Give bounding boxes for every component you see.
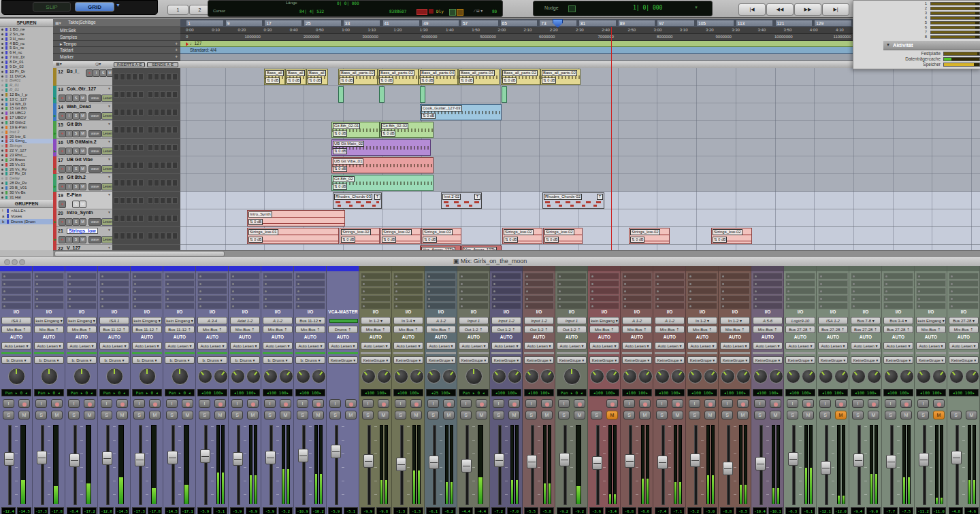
track-visibility-dot[interactable]: [1, 126, 3, 128]
pan-knob-right[interactable]: [736, 369, 751, 383]
strip-select-band[interactable]: [490, 266, 523, 271]
send-slot[interactable]: [166, 109, 172, 116]
channel-strip-8[interactable]: I/OAdat 1-2Mix-Bus ⇡AUTOAuto Lesen ▾b: D…: [229, 266, 261, 514]
strip-select-band[interactable]: [229, 266, 261, 271]
pan-knob[interactable]: [8, 368, 25, 385]
send-slot[interactable]: [154, 91, 159, 98]
insert-slot[interactable]: [785, 288, 815, 294]
ruler-add-button[interactable]: +: [175, 41, 178, 46]
insert-slot[interactable]: [114, 179, 119, 186]
channel-strip-3[interactable]: I/Okein Eingang ▾Mix-Bus ⇡AUTOAuto Lesen…: [65, 266, 98, 514]
audio-clip[interactable]: Bass_all⇅ 0 dB: [264, 69, 285, 85]
output-selector[interactable]: Mix-Bus ⇡: [720, 326, 750, 333]
insert-slot[interactable]: [99, 280, 129, 287]
insert-slot[interactable]: [67, 280, 97, 287]
insert-slot[interactable]: [785, 303, 815, 309]
track-header-e-pian[interactable]: 19E-Pian▼●SM: [53, 192, 112, 209]
channel-strip-29[interactable]: I/Okein Eingang ▾Mix-Bus ⇡AUTOAuto Lesen…: [915, 266, 947, 514]
clip-gain-badge[interactable]: ⇅ 0 dB: [544, 237, 559, 243]
track-options-icon[interactable]: ▼: [108, 104, 111, 108]
mute-button[interactable]: M: [868, 411, 879, 419]
pan-display[interactable]: ◂100 100▸: [295, 389, 325, 396]
input-selector[interactable]: Adat 1-2: [230, 317, 260, 324]
insert-slot[interactable]: [753, 295, 783, 302]
channel-strip-9[interactable]: I/OA 1-2Mix-Bus ⇡AUTOAuto Lesen ▾b: Drum…: [261, 266, 294, 514]
record-enable-button[interactable]: [280, 399, 291, 408]
insert-slot[interactable]: [295, 295, 325, 302]
fader-cap[interactable]: [461, 459, 472, 473]
send-slot[interactable]: [154, 109, 159, 116]
nudge-value[interactable]: 1| 0| 000: [633, 5, 662, 11]
channel-strip-1[interactable]: I/OISA 1Mix-Bus ⇡AUTOAuto Lesen ▾b: Drum…: [0, 266, 33, 514]
insert-slot[interactable]: [34, 303, 64, 309]
send-slot[interactable]: [160, 91, 165, 98]
audio-clip[interactable]: Strings_low-03⇅ 0 dB: [421, 228, 461, 244]
track-lane[interactable]: [180, 245, 980, 250]
insert-slot[interactable]: [295, 280, 325, 287]
fader-cap[interactable]: [690, 453, 700, 467]
mute-button[interactable]: M: [182, 411, 193, 419]
clip-trigger-badge[interactable]: T: [597, 194, 603, 200]
track-visibility-dot[interactable]: [1, 169, 3, 171]
input-selector[interactable]: Bus 11-12 ▾: [295, 317, 325, 324]
group-selector[interactable]: KeineGrupe ▾: [524, 356, 554, 364]
automation-mode-selector[interactable]: Auto Lesen ▾: [393, 342, 423, 349]
insert-slot[interactable]: [524, 303, 554, 309]
solo-button[interactable]: S: [264, 411, 276, 419]
track-options-icon[interactable]: ▼: [108, 122, 111, 126]
channel-strip-4[interactable]: I/OISA 1Bus 11-12 ⇡AUTOAuto Lesen ▾b: Dr…: [98, 266, 131, 514]
pan-display[interactable]: ◂100 100▸: [655, 389, 685, 396]
send-slot[interactable]: [148, 233, 153, 239]
send-slot[interactable]: [154, 162, 159, 169]
track-play-icon[interactable]: ▶: [54, 167, 56, 171]
pan-knob[interactable]: [564, 368, 581, 385]
fader-cap[interactable]: [559, 453, 570, 466]
record-enable-button[interactable]: [410, 399, 422, 408]
send-slot[interactable]: [148, 73, 153, 80]
input-monitor-button[interactable]: I: [395, 399, 406, 408]
track-options-icon[interactable]: ▼: [108, 245, 111, 250]
insert-slot[interactable]: [361, 280, 391, 287]
pan-display[interactable]: ◂100 100▸: [916, 389, 946, 396]
track-play-icon[interactable]: ▶: [54, 149, 56, 153]
send-slot[interactable]: [148, 144, 153, 151]
strip-select-band[interactable]: [98, 266, 131, 271]
input-monitor-button[interactable]: I: [35, 399, 47, 408]
input-monitor-button[interactable]: I: [656, 399, 668, 408]
record-enable-button[interactable]: [345, 399, 357, 408]
record-enable-button[interactable]: [770, 399, 781, 408]
insert-slot[interactable]: [753, 288, 783, 294]
strip-select-band[interactable]: [425, 266, 457, 271]
record-enable-button[interactable]: [476, 399, 487, 408]
insert-slot[interactable]: [916, 280, 946, 287]
output-selector[interactable]: Bus 11-12 ⇡: [99, 326, 129, 333]
automation-mode-selector[interactable]: Auto Lesen ▾: [361, 342, 391, 349]
track-visibility-dot[interactable]: [1, 122, 3, 124]
fader-cap[interactable]: [821, 461, 831, 475]
pan-knob-left[interactable]: [525, 369, 539, 383]
insert-slot[interactable]: [949, 295, 979, 302]
pan-knob-left[interactable]: [851, 369, 866, 383]
insert-slot[interactable]: [1, 295, 31, 302]
pan-knob-right[interactable]: [704, 369, 718, 383]
insert-slot[interactable]: [557, 280, 587, 287]
send-slot[interactable]: [160, 109, 165, 116]
automation-mode-selector[interactable]: Auto Lesen ▾: [720, 342, 750, 349]
fader-cap[interactable]: [4, 452, 14, 466]
insert-slot[interactable]: [295, 273, 325, 279]
input-monitor-button[interactable]: I: [917, 399, 929, 408]
mute-button[interactable]: M: [966, 411, 977, 419]
strip-select-band[interactable]: [751, 266, 784, 271]
channel-strip-17[interactable]: I/OInput 1-2Out 1-2 ⇡AUTOAuto Lesen ▾Kei…: [523, 266, 555, 514]
track-header-cok-gtr-127[interactable]: 13Cok_Gtr_127▼▶●ISMwaveLesen: [53, 86, 112, 103]
mute-button[interactable]: M: [79, 95, 86, 102]
track-visibility-dot[interactable]: [1, 192, 3, 194]
mute-button[interactable]: M: [410, 411, 422, 419]
pan-knob-right[interactable]: [867, 369, 881, 383]
input-selector[interactable]: Input 1-2: [524, 317, 554, 324]
output-selector[interactable]: Bus 11-12 ⇡: [165, 326, 195, 333]
automation-mode-selector[interactable]: Auto Lesen ▾: [99, 342, 129, 349]
insert-slot[interactable]: [114, 162, 119, 169]
record-enable-button[interactable]: ●: [59, 201, 66, 208]
pan-display[interactable]: Pan ▸ 0 ◂: [165, 389, 195, 396]
